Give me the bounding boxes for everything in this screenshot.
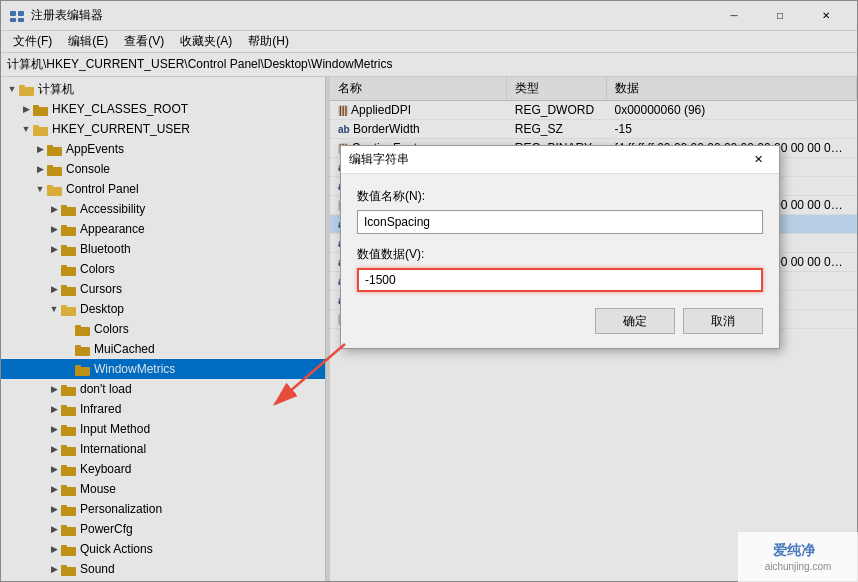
tree-label-windowmetrics: WindowMetrics: [94, 362, 175, 376]
tree-toggle-console[interactable]: ▶: [33, 162, 47, 176]
tree-item-dontload[interactable]: ▶ don't load: [1, 379, 325, 399]
tree-item-sound[interactable]: ▶ Sound: [1, 559, 325, 579]
tree-item-console[interactable]: ▶ Console: [1, 159, 325, 179]
tree-item-quickactions[interactable]: ▶ Quick Actions: [1, 539, 325, 559]
tree-toggle-powercfg[interactable]: ▶: [47, 522, 61, 536]
tree-toggle-muicached[interactable]: [61, 342, 75, 356]
tree-item-cursors[interactable]: ▶ Cursors: [1, 279, 325, 299]
tree-toggle-inputmethod[interactable]: ▶: [47, 422, 61, 436]
tree-toggle-desktop[interactable]: ▼: [47, 302, 61, 316]
tree-toggle-quickactions[interactable]: ▶: [47, 542, 61, 556]
value-input[interactable]: [357, 268, 763, 292]
tree-item-controlpanel[interactable]: ▼ Control Panel: [1, 179, 325, 199]
window-title: 注册表编辑器: [31, 7, 711, 24]
folder-icon-windowmetrics: [75, 362, 91, 376]
tree-item-accessibility[interactable]: ▶ Accessibility: [1, 199, 325, 219]
tree-toggle-mouse[interactable]: ▶: [47, 482, 61, 496]
folder-icon-cursors: [61, 282, 77, 296]
tree-item-powercfg[interactable]: ▶ PowerCfg: [1, 519, 325, 539]
tree-toggle-bluetooth[interactable]: ▶: [47, 242, 61, 256]
tree-item-hkcu[interactable]: ▼ HKEY_CURRENT_USER: [1, 119, 325, 139]
menu-item-edit[interactable]: 编辑(E): [60, 31, 116, 52]
table-row[interactable]: ||| AppliedDPIREG_DWORD0x00000060 (96): [330, 101, 857, 120]
folder-icon-appearance: [61, 222, 77, 236]
tree-item-mouse[interactable]: ▶ Mouse: [1, 479, 325, 499]
tree-item-appearance[interactable]: ▶ Appearance: [1, 219, 325, 239]
col-data[interactable]: 数据: [607, 77, 857, 101]
tree-item-desktop-colors[interactable]: Colors: [1, 319, 325, 339]
menu-item-file[interactable]: 文件(F): [5, 31, 60, 52]
tree-label-cursors: Cursors: [80, 282, 122, 296]
dialog-close-button[interactable]: ✕: [745, 150, 771, 170]
tree-item-windowmetrics[interactable]: WindowMetrics: [1, 359, 325, 379]
tree-toggle-international[interactable]: ▶: [47, 442, 61, 456]
tree-toggle-keyboard[interactable]: ▶: [47, 462, 61, 476]
tree-label-powercfg: PowerCfg: [80, 522, 133, 536]
tree-toggle-desktop-colors[interactable]: [61, 322, 75, 336]
tree-item-colors[interactable]: Colors: [1, 259, 325, 279]
cancel-button[interactable]: 取消: [683, 308, 763, 334]
minimize-button[interactable]: ─: [711, 1, 757, 31]
tree-toggle-windowmetrics[interactable]: [61, 362, 75, 376]
tree-item-muicached[interactable]: MuiCached: [1, 339, 325, 359]
folder-icon-quickactions: [61, 542, 77, 556]
menu-item-view[interactable]: 查看(V): [116, 31, 172, 52]
tree-item-international[interactable]: ▶ International: [1, 439, 325, 459]
tree-label-inputmethod: Input Method: [80, 422, 150, 436]
col-type[interactable]: 类型: [507, 77, 607, 101]
tree-toggle-cursors[interactable]: ▶: [47, 282, 61, 296]
tree-toggle-colors[interactable]: [47, 262, 61, 276]
svg-rect-37: [61, 405, 67, 409]
tree-toggle-dontload[interactable]: ▶: [47, 382, 61, 396]
table-row[interactable]: ab BorderWidthREG_SZ-15: [330, 120, 857, 139]
tree-toggle-computer[interactable]: ▼: [5, 82, 19, 96]
folder-icon-colors: [61, 262, 77, 276]
menu-item-favorites[interactable]: 收藏夹(A): [172, 31, 240, 52]
tree-item-computer[interactable]: ▼ 计算机: [1, 79, 325, 99]
tree-toggle-hkcr[interactable]: ▶: [19, 102, 33, 116]
folder-icon-hkcu: [33, 122, 49, 136]
menu-item-help[interactable]: 帮助(H): [240, 31, 297, 52]
folder-icon-inputmethod: [61, 422, 77, 436]
ok-button[interactable]: 确定: [595, 308, 675, 334]
svg-rect-25: [61, 285, 67, 289]
tree-item-personalization[interactable]: ▶ Personalization: [1, 499, 325, 519]
tree-toggle-controlpanel[interactable]: ▼: [33, 182, 47, 196]
svg-rect-0: [10, 11, 16, 16]
tree-item-inputmethod[interactable]: ▶ Input Method: [1, 419, 325, 439]
svg-rect-41: [61, 445, 67, 449]
tree-toggle-appearance[interactable]: ▶: [47, 222, 61, 236]
folder-icon-international: [61, 442, 77, 456]
tree-item-appevents[interactable]: ▶ AppEvents: [1, 139, 325, 159]
col-name[interactable]: 名称: [330, 77, 507, 101]
tree-toggle-appevents[interactable]: ▶: [33, 142, 47, 156]
maximize-button[interactable]: □: [757, 1, 803, 31]
close-button[interactable]: ✕: [803, 1, 849, 31]
folder-icon-controlpanel: [47, 182, 63, 196]
tree-item-desktop[interactable]: ▼ Desktop: [1, 299, 325, 319]
tree-label-appevents: AppEvents: [66, 142, 124, 156]
dialog-title: 编辑字符串: [349, 151, 745, 168]
tree-item-hkcr[interactable]: ▶ HKEY_CLASSES_ROOT: [1, 99, 325, 119]
tree-toggle-accessibility[interactable]: ▶: [47, 202, 61, 216]
tree-item-infrared[interactable]: ▶ Infrared: [1, 399, 325, 419]
registry-tree[interactable]: ▼ 计算机▶ HKEY_CLASSES_ROOT▼ HKEY_CURRENT_U…: [1, 77, 326, 581]
name-input[interactable]: [357, 210, 763, 234]
folder-icon-desktop: [61, 302, 77, 316]
tree-label-sound: Sound: [80, 562, 115, 576]
tree-label-console: Console: [66, 162, 110, 176]
svg-rect-9: [33, 125, 39, 129]
edit-string-dialog[interactable]: 编辑字符串 ✕ 数值名称(N): 数值数据(V): 确定 取消: [340, 145, 780, 349]
tree-label-computer: 计算机: [38, 81, 74, 98]
svg-rect-27: [61, 305, 67, 309]
tree-toggle-infrared[interactable]: ▶: [47, 402, 61, 416]
tree-toggle-personalization[interactable]: ▶: [47, 502, 61, 516]
tree-toggle-hkcu[interactable]: ▼: [19, 122, 33, 136]
tree-toggle-sound[interactable]: ▶: [47, 562, 61, 576]
tree-item-keyboard[interactable]: ▶ Keyboard: [1, 459, 325, 479]
svg-rect-3: [18, 18, 24, 22]
tree-label-appearance: Appearance: [80, 222, 145, 236]
tree-item-bluetooth[interactable]: ▶ Bluetooth: [1, 239, 325, 259]
tree-label-controlpanel: Control Panel: [66, 182, 139, 196]
titlebar: 注册表编辑器 ─ □ ✕: [1, 1, 857, 31]
